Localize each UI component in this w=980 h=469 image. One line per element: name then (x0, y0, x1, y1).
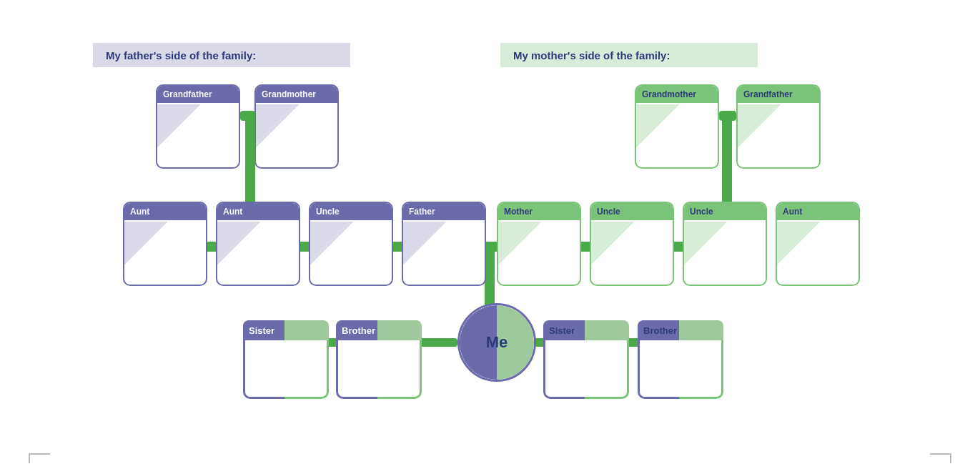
brother-left-wrapper: Brother (336, 320, 422, 399)
family-tree-page: My father's side of the family: My mothe… (0, 0, 980, 469)
aunt3-card: Aunt (776, 202, 860, 286)
uncle1-label: Uncle (310, 203, 392, 220)
brother-left-label: Brother (342, 325, 375, 336)
mother-card: Mother (497, 202, 581, 286)
paternal-gp-vbar (245, 111, 255, 207)
bottom-left-tick (29, 453, 50, 455)
uncle2-card: Uncle (590, 202, 674, 286)
paternal-grandfather-card: Grandfather (156, 84, 240, 169)
bottom-left-tick2 (29, 453, 30, 463)
me-circle: Me (457, 303, 536, 382)
maternal-grandfather-card: Grandfather (736, 84, 821, 169)
aunt1-label: Aunt (124, 203, 206, 220)
aunt1-card: Aunt (123, 202, 207, 286)
brother-right-wrapper: Brother (638, 320, 723, 399)
father-side-title: My father's side of the family: (106, 49, 256, 61)
father-label: Father (403, 203, 485, 220)
aunt2-label: Aunt (217, 203, 299, 220)
paternal-grandfather-label: Grandfather (157, 86, 239, 103)
sister-right-label: Sister (549, 325, 575, 336)
maternal-gp-vbar (722, 111, 732, 207)
bottom-right-tick2 (950, 453, 951, 463)
maternal-grandmother-label: Grandmother (636, 86, 718, 103)
aunt2-card: Aunt (216, 202, 300, 286)
father-side-banner: My father's side of the family: (93, 43, 350, 67)
me-label: Me (486, 333, 508, 352)
sister-left-label: Sister (249, 325, 274, 336)
father-card: Father (402, 202, 486, 286)
uncle3-card: Uncle (683, 202, 767, 286)
brother-right-label: Brother (643, 325, 677, 336)
mother-side-title: My mother's side of the family: (513, 49, 670, 61)
mother-side-banner: My mother's side of the family: (500, 43, 758, 67)
paternal-grandmother-card: Grandmother (254, 84, 339, 169)
uncle3-label: Uncle (684, 203, 766, 220)
maternal-grandmother-card: Grandmother (635, 84, 719, 169)
mother-label: Mother (498, 203, 580, 220)
aunt3-label: Aunt (777, 203, 858, 220)
sister-left-wrapper: Sister (243, 320, 329, 399)
uncle1-card: Uncle (309, 202, 393, 286)
bottom-right-tick (930, 453, 951, 455)
uncle2-label: Uncle (591, 203, 673, 220)
maternal-grandfather-label: Grandfather (738, 86, 819, 103)
paternal-grandmother-label: Grandmother (256, 86, 337, 103)
sister-right-wrapper: Sister (543, 320, 629, 399)
